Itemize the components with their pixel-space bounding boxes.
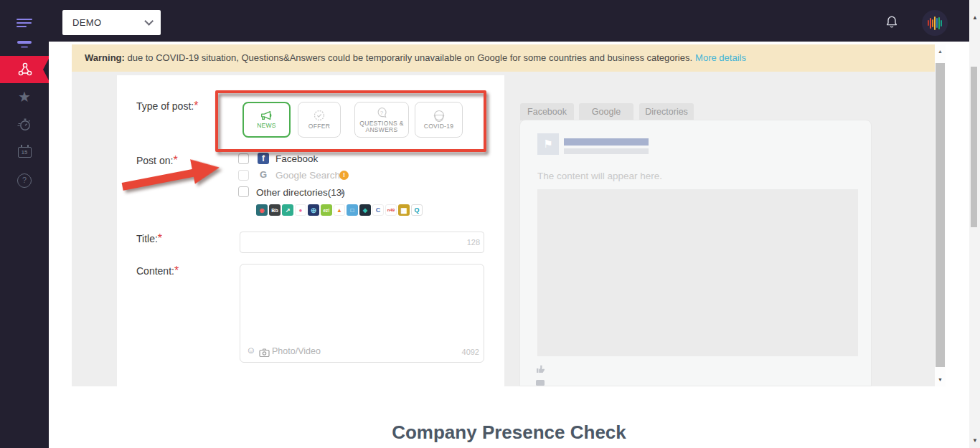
post-editor-panel: Warning: due to COVID-19 situation, Ques…	[72, 44, 946, 386]
warning-badge-icon[interactable]: !	[339, 171, 349, 180]
content-char-counter: 4092	[418, 348, 479, 356]
facebook-checkbox[interactable]	[238, 153, 249, 164]
avatar: ⚑	[537, 133, 559, 155]
google-icon: G	[258, 169, 269, 181]
comment-icon	[536, 377, 545, 386]
title-label: Title:*	[136, 232, 162, 245]
panel-scroll-up-icon[interactable]: ▲	[938, 49, 943, 54]
image-placeholder	[537, 189, 858, 356]
directory-logo-12[interactable]: ▦	[398, 204, 410, 216]
directory-logo-7[interactable]: ▲	[334, 204, 345, 216]
new-post-form: Type of post:* NEWS OFFER	[117, 75, 504, 386]
megaphone-icon	[260, 110, 274, 121]
post-type-news-button[interactable]: NEWS	[242, 102, 291, 138]
directory-logo-8[interactable]: □	[347, 204, 358, 216]
chevron-down-icon	[144, 16, 154, 26]
channel-facebook-label: Facebook	[275, 153, 318, 164]
star-icon: ★	[18, 90, 31, 104]
directory-logo-6[interactable]: ez!	[321, 204, 332, 216]
directory-logo-1[interactable]: ◉	[256, 204, 268, 216]
help-icon: ?	[17, 173, 32, 188]
workspace-selector[interactable]: DEMO	[62, 10, 161, 35]
like-icon	[536, 363, 546, 376]
post-type-covid19-button[interactable]: COVID-19	[415, 102, 463, 138]
sidebar-item-partial-icon	[17, 41, 32, 44]
warning-banner-bold: Warning:	[85, 52, 125, 63]
sidebar-nav: ★ 15 ?	[0, 42, 49, 448]
page-name-placeholder	[564, 138, 649, 146]
more-details-link[interactable]: More details	[695, 52, 746, 63]
required-asterisk: *	[173, 154, 177, 166]
workspace-selector-value: DEMO	[72, 17, 102, 28]
main-content: Warning: due to COVID-19 situation, Ques…	[49, 42, 969, 448]
other-directories-checkbox[interactable]	[238, 186, 249, 197]
post-type-offer-button[interactable]: OFFER	[298, 102, 341, 138]
camera-icon[interactable]	[259, 347, 270, 360]
emoji-icon[interactable]: ☺	[246, 345, 255, 356]
stopwatch-icon	[17, 116, 32, 132]
directory-logo-13[interactable]: Q	[411, 204, 423, 216]
post-type-questions-answers-button[interactable]: ? QUESTIONS & ANSWERS	[354, 102, 409, 138]
app-root: DEMO ★	[0, 0, 980, 448]
directory-logo-3[interactable]: ↗	[282, 204, 293, 216]
sidebar-item-partial-icon	[21, 46, 28, 48]
post-on-label: Post on:*	[136, 154, 178, 167]
channel-google-label: Google Search	[275, 170, 340, 181]
directory-logo-4[interactable]: ●	[295, 204, 306, 216]
photo-video-button[interactable]: Photo/Video	[272, 346, 321, 356]
preview-placeholder-text: The content will appear here.	[537, 171, 662, 181]
sidebar-item-posts-active[interactable]	[0, 56, 50, 83]
flag-icon: ⚑	[543, 138, 552, 151]
required-asterisk: *	[194, 100, 198, 112]
hamburger-menu-icon[interactable]	[17, 19, 32, 28]
tab-directories-preview[interactable]: Directories	[639, 103, 694, 120]
directory-logo-10[interactable]: C	[372, 204, 384, 216]
page-scroll-down-icon[interactable]: ▼	[972, 437, 978, 444]
svg-text:?: ?	[380, 109, 384, 115]
post-preview-card: ⚑ The content will appear here.	[519, 120, 872, 386]
sidebar-item-help[interactable]: ?	[0, 170, 49, 191]
channel-other-directories-label: Other directories(13)	[256, 187, 345, 198]
calendar-icon: 15	[18, 147, 32, 158]
sidebar-item-reviews[interactable]: ★	[0, 86, 49, 108]
warning-banner: Warning: due to COVID-19 situation, Ques…	[72, 44, 935, 72]
page-scrollbar-thumb[interactable]	[971, 67, 977, 227]
collapse-triangle-icon[interactable]: ▲	[339, 189, 345, 196]
directory-logo-9[interactable]: ◆	[359, 204, 371, 216]
share-network-icon	[17, 61, 34, 78]
tab-google-preview[interactable]: Google	[579, 103, 633, 120]
sidebar-item-calendar[interactable]: 15	[0, 141, 49, 163]
type-of-post-label: Type of post:*	[136, 100, 198, 113]
facebook-icon: f	[258, 153, 269, 164]
required-asterisk: *	[158, 232, 162, 244]
warning-banner-text: due to COVID-19 situation, Questions&Ans…	[125, 52, 692, 63]
directory-logo-11[interactable]: n49	[385, 204, 397, 216]
directory-logo-5[interactable]: ⊕	[308, 204, 319, 216]
panel-scrollbar-thumb[interactable]	[936, 63, 945, 367]
content-label: Content:*	[136, 264, 179, 277]
page-scroll-up-icon[interactable]: ▲	[972, 14, 978, 21]
directory-logo-strip: ◉ Bb ↗ ● ⊕ ez! ▲ □ ◆ C n49 ▦ Q	[256, 204, 423, 216]
face-mask-icon	[433, 109, 446, 122]
tab-facebook-preview[interactable]: Facebook	[520, 103, 574, 120]
panel-scroll-down-icon[interactable]: ▼	[938, 377, 943, 382]
sidebar-item-quick-actions[interactable]	[0, 113, 49, 135]
equalizer-logo[interactable]	[922, 10, 948, 36]
notifications-bell-icon[interactable]	[885, 15, 899, 29]
badge-check-icon	[313, 109, 326, 122]
question-bubble-icon: ?	[375, 106, 388, 119]
timestamp-placeholder	[564, 148, 649, 154]
google-search-checkbox[interactable]	[238, 170, 249, 181]
company-presence-check-heading: Company Presence Check	[49, 421, 969, 444]
title-char-counter: 128	[423, 238, 480, 247]
required-asterisk: *	[174, 264, 179, 277]
top-bar: DEMO	[0, 0, 969, 42]
directory-logo-2[interactable]: Bb	[269, 204, 281, 216]
